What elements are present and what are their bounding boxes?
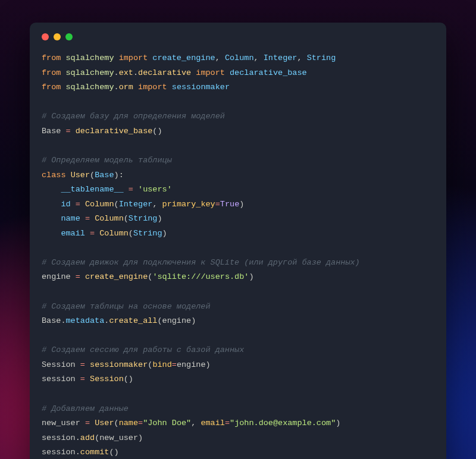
attr: id (61, 200, 70, 209)
attr: metadata (66, 316, 105, 325)
comment: # Создаем базу для определения моделей (42, 112, 225, 121)
method: commit (80, 448, 109, 457)
string: 'users' (138, 185, 172, 194)
module: sqlalchemy (66, 54, 114, 62)
code-window: from sqlalchemy import create_engine, Co… (30, 23, 446, 459)
kwarg: name (119, 419, 138, 427)
name: create_engine (152, 54, 215, 62)
string: 'sqlite:///users.db' (152, 272, 249, 281)
comment: # Добавляем данные (42, 404, 129, 413)
comment: # Определяем модель таблицы (42, 156, 172, 165)
comment: # Создаем сессию для работы с базой данн… (42, 345, 244, 354)
var: Base (42, 127, 61, 136)
func: Column (99, 229, 129, 238)
arg: String (129, 214, 158, 223)
string: "john.doe@example.com" (230, 419, 336, 427)
func: Session (90, 375, 124, 383)
op: = (129, 185, 133, 194)
obj: Base (42, 316, 61, 325)
op: = (85, 419, 90, 427)
attr: name (61, 214, 80, 223)
op: = (80, 375, 85, 383)
attr: __tablename__ (61, 185, 123, 194)
bool: True (220, 200, 239, 209)
base: Base (95, 171, 114, 180)
op: = (90, 229, 95, 238)
classname: User (71, 171, 90, 180)
name: String (307, 54, 336, 62)
method: create_all (109, 316, 157, 325)
arg: String (133, 229, 162, 238)
kwarg: bind (152, 360, 171, 369)
obj: session (42, 448, 76, 457)
kw-import: import (138, 83, 167, 92)
var: session (42, 375, 76, 383)
arg: engine (162, 316, 192, 325)
submodule: declarative (138, 68, 191, 77)
window-titlebar (42, 33, 434, 40)
kw-from: from (42, 83, 61, 92)
obj: session (42, 433, 76, 442)
class-call: User (95, 419, 114, 427)
var: Session (42, 360, 76, 369)
op: = (80, 360, 85, 369)
submodule: orm (119, 83, 133, 92)
method: add (80, 433, 95, 442)
kw-import: import (119, 54, 148, 62)
kwarg: email (201, 419, 225, 427)
func: declarative_base (76, 127, 153, 136)
arg: new_user (99, 433, 138, 442)
minimize-icon[interactable] (54, 33, 61, 40)
arg: engine (177, 360, 206, 369)
string: "John Doe" (143, 419, 191, 427)
module: sqlalchemy (66, 83, 114, 92)
code-block: from sqlalchemy import create_engine, Co… (42, 51, 434, 459)
var: engine (42, 272, 71, 281)
kw-class: class (42, 171, 66, 180)
kwarg: primary_key (162, 200, 215, 209)
func: Column (85, 200, 114, 209)
func: create_engine (85, 272, 148, 281)
submodule: ext (119, 68, 133, 77)
comment: # Создаем движок для подключения к SQLit… (42, 258, 360, 267)
func: sessionmaker (90, 360, 148, 369)
name: Integer (264, 54, 298, 62)
arg: Integer (119, 200, 153, 209)
func: Column (95, 214, 124, 223)
zoom-icon[interactable] (65, 33, 73, 40)
op: = (76, 200, 80, 209)
module: sqlalchemy (66, 68, 114, 77)
kw-from: from (42, 54, 61, 62)
close-icon[interactable] (42, 33, 49, 40)
var: new_user (42, 419, 80, 427)
name: Column (225, 54, 254, 62)
name: declarative_base (230, 68, 307, 77)
kw-import: import (196, 68, 225, 77)
op: = (76, 272, 80, 281)
attr: email (61, 229, 85, 238)
kw-from: from (42, 68, 61, 77)
comment: # Создаем таблицы на основе моделей (42, 302, 211, 311)
op: = (85, 214, 90, 223)
op: = (66, 127, 71, 136)
name: sessionmaker (172, 83, 230, 92)
